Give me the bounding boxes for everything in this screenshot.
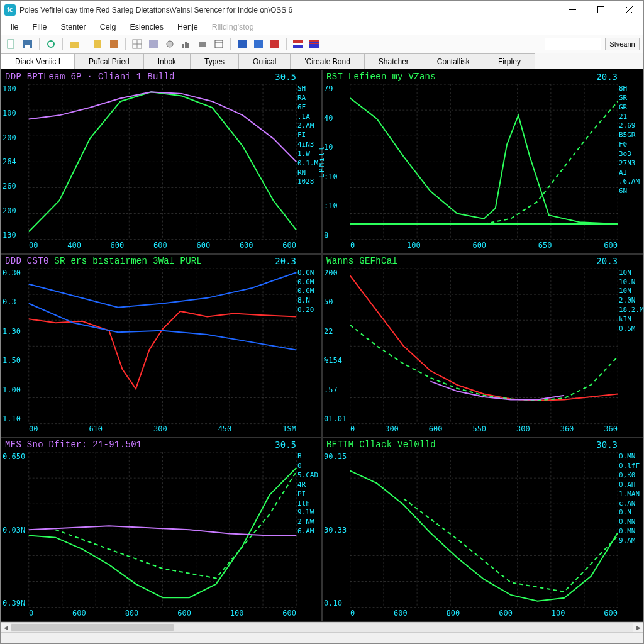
- tool-save-icon[interactable]: [21, 37, 35, 51]
- svg-rect-14: [199, 42, 206, 47]
- svg-rect-24: [309, 43, 319, 44]
- svg-rect-16: [238, 40, 247, 48]
- svg-rect-3: [25, 45, 30, 48]
- tool-gear-icon[interactable]: [163, 37, 177, 51]
- tool-flag1-icon[interactable]: [291, 37, 305, 51]
- chart-pane-5[interactable]: BETIM Cllack Vel0lld30.390.1530.330.1006…: [322, 438, 643, 622]
- chart-svg: [1, 438, 321, 621]
- app-icon: fc: [4, 4, 16, 16]
- scroll-left-icon[interactable]: ◀: [1, 623, 11, 633]
- tabstrip: Diack Veniic I Puïcal Pried Inbok Types …: [1, 53, 643, 70]
- svg-rect-23: [309, 40, 319, 42]
- tab-3[interactable]: Types: [190, 53, 239, 69]
- svg-point-4: [48, 41, 54, 47]
- menu-celg[interactable]: Celg: [94, 21, 123, 33]
- svg-rect-5: [70, 42, 79, 48]
- svg-rect-19: [293, 40, 303, 43]
- menu-ile[interactable]: ile: [4, 21, 25, 33]
- chart-svg: [323, 70, 643, 253]
- svg-rect-13: [187, 43, 189, 48]
- tab-8[interactable]: Firpley: [484, 53, 535, 69]
- menu-stenter[interactable]: Stenter: [54, 21, 92, 33]
- tool-flag2-icon[interactable]: [308, 37, 321, 51]
- search-button[interactable]: Stveann: [605, 38, 640, 50]
- tool-cal-icon[interactable]: [212, 37, 226, 51]
- tool-blue2-icon[interactable]: [252, 37, 265, 51]
- chart-pane-3[interactable]: Wanns GEFhCal20.32005022%154.5701.010300…: [322, 254, 643, 438]
- chart-pane-0[interactable]: DDP BPTLeam 6P · Cliani 1 Bulld30.510010…: [1, 70, 322, 254]
- menu-esiencies[interactable]: Esiencies: [123, 21, 170, 33]
- tool-folder-icon[interactable]: [67, 37, 81, 51]
- chart-pane-4[interactable]: MES Sno Dfiter: 21-91.50130.50.6500.03N0…: [1, 438, 322, 622]
- svg-rect-11: [182, 44, 184, 48]
- tab-2[interactable]: Inbok: [143, 53, 191, 69]
- svg-rect-21: [293, 45, 303, 48]
- toolbar-sep: [62, 38, 63, 50]
- menu-disabled: Riilding'stog: [206, 21, 260, 33]
- scroll-right-icon[interactable]: ▶: [633, 623, 643, 633]
- tool-col2-icon[interactable]: [107, 37, 121, 51]
- svg-rect-9: [149, 40, 158, 48]
- svg-rect-12: [185, 42, 187, 48]
- svg-point-10: [167, 41, 173, 47]
- menu-henje[interactable]: Henje: [171, 21, 204, 33]
- tool-blue1-icon[interactable]: [235, 37, 249, 51]
- search-input[interactable]: [545, 38, 601, 50]
- window-title: Poles Vefirlel oay time Red Sarieg Dieta…: [19, 6, 292, 14]
- toolbar-sep: [86, 38, 86, 50]
- toolbar-sep: [125, 38, 126, 50]
- close-button[interactable]: [615, 1, 643, 19]
- svg-rect-15: [215, 40, 223, 48]
- h-scrollbar[interactable]: ◀ ▶: [1, 622, 643, 632]
- tab-5[interactable]: 'Cireate Bond: [290, 53, 364, 69]
- chart-area: DDP BPTLeam 6P · Cliani 1 Bulld30.510010…: [1, 70, 643, 622]
- chart-pane-1[interactable]: RST Lefieen my VZans20.3794010:10:108010…: [322, 70, 643, 254]
- titlebar: fc Poles Vefirlel oay time Red Sarieg Di…: [1, 1, 643, 19]
- menu-fille[interactable]: Fille: [26, 21, 53, 33]
- svg-rect-17: [254, 40, 263, 48]
- svg-rect-18: [270, 40, 279, 48]
- chart-svg: [1, 255, 321, 438]
- statusbar: [1, 632, 643, 643]
- toolbar-sep: [230, 38, 231, 50]
- toolbar-sep: [286, 38, 287, 50]
- tool-print-icon[interactable]: [196, 37, 209, 51]
- menubar: ile Fille Stenter Celg Esiencies Henje R…: [1, 19, 643, 35]
- tool-grid2-icon[interactable]: [147, 37, 160, 51]
- tool-refresh-icon[interactable]: [44, 37, 58, 51]
- tab-7[interactable]: Contallisk: [423, 53, 484, 69]
- scroll-thumb[interactable]: [11, 624, 174, 631]
- svg-rect-7: [110, 40, 118, 48]
- chart-svg: [323, 438, 643, 621]
- tab-1[interactable]: Puïcal Pried: [74, 53, 144, 69]
- minimize-button[interactable]: [558, 1, 587, 19]
- toolbar-sep: [39, 38, 40, 50]
- chart-svg: [323, 255, 643, 438]
- chart-pane-2[interactable]: DDD CST0 SR ers bistairmen 3Wal PURL20.3…: [1, 254, 322, 438]
- tool-grid1-icon[interactable]: [130, 37, 144, 51]
- svg-rect-0: [598, 7, 604, 13]
- maximize-button[interactable]: [587, 1, 615, 19]
- svg-rect-6: [94, 40, 101, 48]
- tab-0[interactable]: Diack Veniic I: [1, 53, 75, 69]
- app-window: fc Poles Vefirlel oay time Red Sarieg Di…: [0, 0, 644, 644]
- tab-6[interactable]: Shatcher: [364, 53, 423, 69]
- tool-doc-icon[interactable]: [4, 37, 18, 51]
- tab-4[interactable]: Outical: [238, 53, 291, 69]
- svg-rect-1: [8, 40, 14, 48]
- tool-red-icon[interactable]: [268, 37, 282, 51]
- tool-bar-icon[interactable]: [179, 37, 193, 51]
- toolbar: Stveann: [1, 35, 643, 53]
- chart-svg: [1, 70, 321, 253]
- tool-col1-icon[interactable]: [91, 37, 104, 51]
- svg-rect-20: [293, 43, 303, 45]
